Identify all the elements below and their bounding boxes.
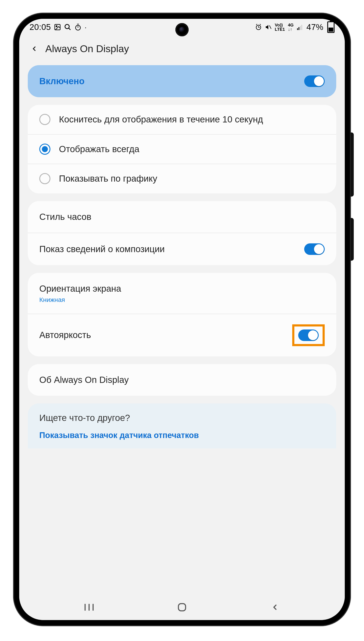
music-info-row[interactable]: Показ сведений о композиции	[28, 233, 336, 265]
orientation-label: Ориентация экрана	[39, 283, 121, 294]
volte-indicator: Vo))LTE1	[275, 23, 285, 32]
svg-line-10	[256, 24, 257, 25]
svg-rect-20	[178, 604, 186, 611]
about-label: Об Always On Display	[39, 374, 129, 386]
image-icon	[54, 24, 61, 31]
battery-icon	[327, 21, 334, 33]
more-dot: ·	[84, 23, 86, 32]
status-left: 20:05 ·	[30, 22, 87, 32]
content: Включено Коснитесь для отображения в теч…	[19, 65, 345, 594]
radio-tap-to-show[interactable]: Коснитесь для отображения в течение 10 с…	[28, 105, 336, 134]
page-header: Always On Display	[19, 36, 345, 65]
alarm-icon	[255, 24, 262, 30]
back-nav-button[interactable]	[268, 600, 282, 614]
music-info-label: Показ сведений о композиции	[39, 244, 165, 255]
status-time: 20:05	[30, 22, 51, 32]
clock-style-row[interactable]: Стиль часов	[28, 201, 336, 233]
svg-rect-16	[302, 25, 302, 30]
navigation-bar	[19, 594, 345, 620]
auto-brightness-row[interactable]: Автояркость	[28, 314, 336, 356]
svg-line-3	[68, 28, 70, 30]
radio-label: Коснитесь для отображения в течение 10 с…	[59, 114, 263, 125]
hint-title: Ищете что-то другое?	[28, 404, 336, 427]
search-icon	[64, 24, 71, 31]
music-info-toggle[interactable]	[304, 243, 325, 255]
status-right: Vo))LTE1 4G↓↑ 47%	[255, 21, 334, 33]
radio-show-scheduled[interactable]: Показывать по графику	[28, 164, 336, 193]
clock-card: Стиль часов Показ сведений о композиции	[28, 201, 336, 265]
radio-icon	[39, 144, 50, 155]
stopwatch-icon	[74, 24, 82, 31]
orientation-value: Книжная	[39, 296, 65, 304]
battery-percentage: 47%	[306, 22, 324, 32]
highlight-box	[292, 324, 325, 346]
svg-line-12	[270, 26, 271, 29]
enabled-row[interactable]: Включено	[28, 65, 336, 97]
enabled-label: Включено	[39, 76, 84, 87]
svg-point-4	[76, 26, 80, 30]
phone-side-button-2	[351, 218, 354, 261]
display-mode-card: Коснитесь для отображения в течение 10 с…	[28, 105, 336, 193]
radio-show-always[interactable]: Отображать всегда	[28, 134, 336, 164]
radio-label: Показывать по графику	[59, 173, 157, 184]
radio-icon	[39, 173, 50, 184]
orientation-row[interactable]: Ориентация экрана Книжная	[28, 273, 336, 314]
page-title: Always On Display	[45, 43, 129, 54]
phone-side-button	[351, 132, 354, 196]
mute-vibrate-icon	[265, 24, 272, 30]
network-4g-indicator: 4G↓↑	[288, 23, 294, 32]
svg-line-11	[260, 24, 261, 25]
enabled-toggle[interactable]	[304, 76, 325, 87]
enabled-card: Включено	[28, 65, 336, 97]
recent-apps-button[interactable]	[82, 600, 96, 614]
hint-card: Ищете что-то другое? Показывать значок д…	[28, 404, 336, 448]
svg-point-2	[65, 24, 69, 29]
phone-screen: 20:05 · Vo))LTE1	[19, 19, 345, 620]
svg-point-1	[56, 26, 57, 27]
home-button[interactable]	[175, 600, 189, 614]
radio-icon	[39, 114, 50, 125]
camera-punch-hole	[176, 23, 188, 36]
svg-rect-14	[299, 27, 300, 30]
svg-rect-13	[297, 28, 298, 30]
about-row[interactable]: Об Always On Display	[28, 364, 336, 396]
clock-style-label: Стиль часов	[39, 211, 91, 223]
svg-rect-15	[300, 26, 301, 30]
signal-icon	[296, 24, 303, 30]
back-button[interactable]	[30, 44, 39, 54]
hint-link[interactable]: Показывать значок датчика отпечатков	[28, 427, 336, 448]
phone-frame: 20:05 · Vo))LTE1	[13, 13, 351, 626]
radio-label: Отображать всегда	[59, 144, 139, 155]
auto-brightness-label: Автояркость	[39, 330, 91, 341]
about-card: Об Always On Display	[28, 364, 336, 396]
auto-brightness-toggle[interactable]	[298, 330, 319, 341]
screen-card: Ориентация экрана Книжная Автояркость	[28, 273, 336, 356]
